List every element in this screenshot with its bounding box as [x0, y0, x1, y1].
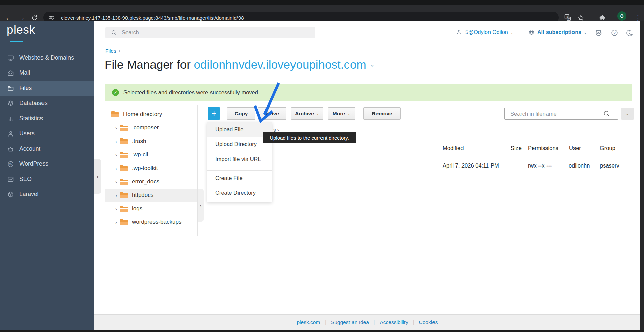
chevron-right-icon[interactable]: ›	[115, 206, 120, 212]
search-icon[interactable]	[603, 110, 610, 117]
sidebar-item-databases[interactable]: Databases	[0, 96, 94, 111]
sidebar-collapse-handle[interactable]: ‹	[94, 159, 101, 194]
upload-tooltip: Upload files to the current directory.	[263, 132, 356, 143]
copy-button[interactable]: Copy	[227, 107, 255, 120]
user-menu[interactable]: 5@Odylon Odilon ⌄	[456, 29, 514, 35]
footer-link-plesk-com[interactable]: plesk.com	[297, 319, 320, 325]
folder-icon	[7, 85, 15, 92]
tree-item-logs[interactable]: › logs	[105, 202, 197, 215]
tree-item-wp-toolkit[interactable]: › .wp-toolkit	[105, 162, 197, 175]
footer-link-cookies[interactable]: Cookies	[419, 319, 438, 325]
chevron-right-icon[interactable]: ›	[115, 165, 120, 171]
folder-icon	[111, 112, 119, 117]
success-check-icon: ✓	[112, 89, 119, 96]
dark-mode-moon-icon[interactable]	[625, 28, 634, 37]
chevron-down-icon: ⌄	[626, 112, 629, 116]
chevron-right-icon[interactable]: ›	[115, 125, 120, 131]
tree-collapse-handle[interactable]: ‹	[198, 189, 204, 222]
chevron-right-icon[interactable]: ›	[115, 139, 120, 144]
browser-profile-avatar[interactable]: O	[617, 11, 626, 21]
chevron-left-icon: ‹	[97, 174, 99, 179]
chevron-right-icon: ›	[119, 48, 120, 53]
sidebar-item-mail[interactable]: Mail	[0, 65, 94, 81]
chevron-right-icon[interactable]: ›	[115, 192, 120, 198]
column-header-modified[interactable]: Modified	[443, 145, 464, 151]
tree-item-wp-cli[interactable]: › .wp-cli	[105, 148, 197, 161]
url-text[interactable]: clever-shirley.147-135-138-90.plesk.page…	[61, 15, 244, 21]
column-header-size[interactable]: Size	[506, 145, 522, 151]
database-icon	[7, 100, 15, 107]
help-icon[interactable]: ?	[610, 28, 619, 37]
sidebar-item-seo[interactable]: SEO	[0, 172, 94, 187]
browser-toolbar: ← → clever-shirley.147-135-138-90.plesk.…	[0, 5, 644, 21]
sidebar-item-websites-domains[interactable]: Websites & Domains	[0, 50, 94, 65]
move-button[interactable]: Move	[258, 107, 286, 120]
success-banner: ✓ Selected files and directories were su…	[105, 84, 632, 101]
add-new-dropdown-menu: Upload File Upload Directory Import file…	[207, 122, 272, 202]
mail-icon	[7, 69, 15, 77]
add-new-button[interactable]: +	[208, 107, 220, 120]
menu-item-upload-directory[interactable]: Upload Directory	[207, 137, 272, 152]
breadcrumb-files-link[interactable]: Files	[105, 48, 116, 54]
laravel-icon	[7, 191, 15, 198]
tree-root-home-directory[interactable]: Home directory	[105, 108, 197, 121]
plesk-logo[interactable]: plesk	[7, 23, 35, 36]
cell-permissions: rwx --x ---	[528, 162, 552, 169]
chevron-right-icon[interactable]: ›	[115, 179, 120, 185]
user-icon	[7, 130, 15, 138]
folder-icon	[120, 179, 128, 185]
sidebar-item-wordpress[interactable]: W WordPress	[0, 156, 94, 172]
chevron-right-icon[interactable]: ›	[115, 152, 120, 158]
sidebar-item-users[interactable]: Users	[0, 126, 94, 141]
reload-icon	[31, 14, 38, 21]
success-banner-text: Selected files and directories were succ…	[123, 89, 260, 96]
svg-text:W: W	[9, 162, 12, 166]
more-button[interactable]: More ⌄	[328, 107, 355, 120]
cell-user: odilonhn	[569, 162, 590, 169]
menu-item-import-file-via-url[interactable]: Import file via URL	[207, 152, 272, 167]
svg-text:?: ?	[613, 31, 615, 35]
footer: plesk.com | Suggest an Idea | Accessibil…	[94, 314, 640, 330]
tree-item-wordpress-backups[interactable]: › wordpress-backups	[105, 216, 197, 229]
menu-item-create-directory[interactable]: Create Directory	[207, 185, 272, 201]
folder-icon	[120, 192, 128, 198]
page-scrollbar[interactable]	[640, 21, 644, 330]
filename-search-options-button[interactable]: ⌄	[621, 108, 634, 120]
tree-item-composer[interactable]: › .composer	[105, 121, 197, 134]
statistics-icon	[7, 115, 15, 122]
filename-search-input[interactable]	[510, 110, 602, 117]
domain-link[interactable]: odilonhnvdev.iloveyoupihost.com	[194, 58, 366, 71]
tree-item-error-docs[interactable]: › error_docs	[105, 175, 197, 188]
menu-item-create-file[interactable]: Create File	[207, 171, 272, 185]
sidebar-item-account[interactable]: Account	[0, 141, 94, 156]
plus-icon: +	[212, 109, 217, 118]
arrow-left-icon: ←	[5, 13, 12, 22]
sidebar-item-files[interactable]: Files	[0, 81, 94, 96]
column-header-permissions[interactable]: Permissions	[528, 145, 558, 151]
arrow-right-icon: →	[18, 13, 25, 22]
tree-item-httpdocs-selected[interactable]: › httpdocs	[105, 189, 197, 202]
chevron-down-icon[interactable]: ⌄	[370, 61, 375, 68]
toolbar-divider	[612, 13, 612, 22]
global-search[interactable]	[105, 27, 315, 38]
search-icon	[111, 30, 117, 36]
site-settings-icon[interactable]	[48, 14, 55, 21]
sidebar-item-statistics[interactable]: Statistics	[0, 111, 94, 126]
global-search-input[interactable]	[121, 29, 305, 36]
assistant-owl-icon[interactable]	[594, 28, 603, 37]
subscriptions-menu[interactable]: All subscriptions ⌄	[528, 29, 587, 35]
footer-link-suggest-an-idea[interactable]: Suggest an Idea	[331, 319, 369, 325]
column-header-user[interactable]: User	[569, 145, 581, 151]
sidebar-item-laravel[interactable]: Laravel	[0, 187, 94, 202]
plesk-logo-accent	[10, 41, 23, 42]
chevron-right-icon[interactable]: ›	[115, 219, 120, 225]
tree-item-trash[interactable]: › .trash	[105, 135, 197, 148]
footer-link-accessibility[interactable]: Accessibility	[380, 319, 408, 325]
user-label: 5@Odylon Odilon	[465, 29, 508, 35]
menu-item-upload-file[interactable]: Upload File	[207, 122, 272, 137]
chevron-left-icon: ‹	[200, 203, 202, 208]
remove-button[interactable]: Remove	[363, 107, 401, 120]
archive-button[interactable]: Archive ⌄	[291, 107, 323, 120]
filename-search[interactable]	[504, 108, 618, 120]
column-header-group[interactable]: Group	[600, 145, 615, 151]
